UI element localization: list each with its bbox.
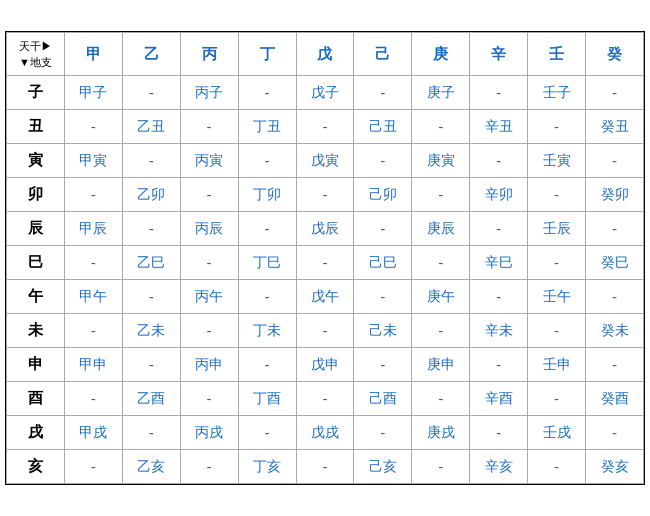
cell-10-2: 丙戌: [180, 416, 238, 450]
cell-7-5: 己未: [354, 314, 412, 348]
cell-0-4: 戊子: [296, 76, 354, 110]
cell-6-6: 庚午: [412, 280, 470, 314]
branch-寅: 寅: [7, 144, 65, 178]
cell-10-3: -: [238, 416, 296, 450]
table-row: 亥-乙亥-丁亥-己亥-辛亥-癸亥: [7, 450, 644, 484]
header-stem-1: 乙: [122, 32, 180, 76]
branch-酉: 酉: [7, 382, 65, 416]
cell-10-4: 戊戌: [296, 416, 354, 450]
cell-5-1: 乙巳: [122, 246, 180, 280]
cell-7-8: -: [528, 314, 586, 348]
cell-1-1: 乙丑: [122, 110, 180, 144]
cell-8-9: -: [586, 348, 644, 382]
cell-5-5: 己巳: [354, 246, 412, 280]
cell-0-8: 壬子: [528, 76, 586, 110]
cell-8-2: 丙申: [180, 348, 238, 382]
cell-5-3: 丁巳: [238, 246, 296, 280]
cell-3-9: 癸卯: [586, 178, 644, 212]
cell-5-6: -: [412, 246, 470, 280]
header-stem-2: 丙: [180, 32, 238, 76]
cell-0-1: -: [122, 76, 180, 110]
cell-11-3: 丁亥: [238, 450, 296, 484]
cell-7-0: -: [64, 314, 122, 348]
cell-9-4: -: [296, 382, 354, 416]
cell-10-8: 壬戌: [528, 416, 586, 450]
cell-11-6: -: [412, 450, 470, 484]
cell-7-1: 乙未: [122, 314, 180, 348]
cell-9-9: 癸酉: [586, 382, 644, 416]
table-row: 戌甲戌-丙戌-戊戌-庚戌-壬戌-: [7, 416, 644, 450]
cell-2-5: -: [354, 144, 412, 178]
cell-1-4: -: [296, 110, 354, 144]
cell-0-5: -: [354, 76, 412, 110]
cell-3-1: 乙卯: [122, 178, 180, 212]
cell-0-7: -: [470, 76, 528, 110]
cell-0-0: 甲子: [64, 76, 122, 110]
cell-10-6: 庚戌: [412, 416, 470, 450]
cell-9-1: 乙酉: [122, 382, 180, 416]
cell-11-2: -: [180, 450, 238, 484]
cell-3-2: -: [180, 178, 238, 212]
header-stem-0: 甲: [64, 32, 122, 76]
cell-2-1: -: [122, 144, 180, 178]
cell-5-8: -: [528, 246, 586, 280]
header-stem-7: 辛: [470, 32, 528, 76]
cell-2-0: 甲寅: [64, 144, 122, 178]
cell-11-4: -: [296, 450, 354, 484]
cell-5-9: 癸巳: [586, 246, 644, 280]
header-stem-5: 己: [354, 32, 412, 76]
cell-2-2: 丙寅: [180, 144, 238, 178]
cell-1-2: -: [180, 110, 238, 144]
branch-亥: 亥: [7, 450, 65, 484]
cell-8-4: 戊申: [296, 348, 354, 382]
cell-9-7: 辛酉: [470, 382, 528, 416]
cell-4-5: -: [354, 212, 412, 246]
header-row: 天干▶ ▼地支 甲乙丙丁戊己庚辛壬癸: [7, 32, 644, 76]
cell-1-5: 己丑: [354, 110, 412, 144]
cell-11-8: -: [528, 450, 586, 484]
table-row: 酉-乙酉-丁酉-己酉-辛酉-癸酉: [7, 382, 644, 416]
cell-4-0: 甲辰: [64, 212, 122, 246]
table-row: 辰甲辰-丙辰-戊辰-庚辰-壬辰-: [7, 212, 644, 246]
cell-5-0: -: [64, 246, 122, 280]
cell-4-8: 壬辰: [528, 212, 586, 246]
cell-6-4: 戊午: [296, 280, 354, 314]
cell-11-1: 乙亥: [122, 450, 180, 484]
branch-午: 午: [7, 280, 65, 314]
cell-7-4: -: [296, 314, 354, 348]
branch-子: 子: [7, 76, 65, 110]
cell-10-9: -: [586, 416, 644, 450]
cell-9-2: -: [180, 382, 238, 416]
cell-11-7: 辛亥: [470, 450, 528, 484]
cell-6-8: 壬午: [528, 280, 586, 314]
cell-2-3: -: [238, 144, 296, 178]
cell-10-7: -: [470, 416, 528, 450]
cell-8-0: 甲申: [64, 348, 122, 382]
table-row: 未-乙未-丁未-己未-辛未-癸未: [7, 314, 644, 348]
cell-6-1: -: [122, 280, 180, 314]
header-stem-8: 壬: [528, 32, 586, 76]
cell-4-9: -: [586, 212, 644, 246]
table-row: 子甲子-丙子-戊子-庚子-壬子-: [7, 76, 644, 110]
cell-7-9: 癸未: [586, 314, 644, 348]
header-stem-3: 丁: [238, 32, 296, 76]
table-row: 卯-乙卯-丁卯-己卯-辛卯-癸卯: [7, 178, 644, 212]
cell-0-6: 庚子: [412, 76, 470, 110]
cell-7-2: -: [180, 314, 238, 348]
cell-3-3: 丁卯: [238, 178, 296, 212]
cell-0-9: -: [586, 76, 644, 110]
cell-4-3: -: [238, 212, 296, 246]
cell-2-7: -: [470, 144, 528, 178]
cell-5-2: -: [180, 246, 238, 280]
cell-7-7: 辛未: [470, 314, 528, 348]
branch-辰: 辰: [7, 212, 65, 246]
cell-7-6: -: [412, 314, 470, 348]
branch-巳: 巳: [7, 246, 65, 280]
cell-4-4: 戊辰: [296, 212, 354, 246]
cell-1-9: 癸丑: [586, 110, 644, 144]
branch-未: 未: [7, 314, 65, 348]
cell-1-0: -: [64, 110, 122, 144]
cell-1-7: 辛丑: [470, 110, 528, 144]
table-row: 寅甲寅-丙寅-戊寅-庚寅-壬寅-: [7, 144, 644, 178]
cell-3-8: -: [528, 178, 586, 212]
